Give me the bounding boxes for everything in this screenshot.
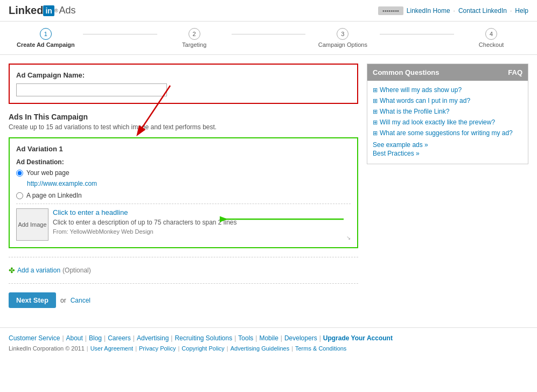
green-arrow-svg <box>220 208 349 230</box>
cancel-link[interactable]: Cancel <box>71 297 90 304</box>
ad-variation-1: Ad Variation 1 Ad Destination: Your web … <box>9 137 358 248</box>
footer: Customer Service | About | Blog | Career… <box>0 327 537 358</box>
footer-user-agreement[interactable]: User Agreement <box>90 345 133 352</box>
main-content: Ad Campaign Name: Ads In This Campaign C… <box>0 55 537 317</box>
footer-customer-service[interactable]: Customer Service <box>9 334 60 342</box>
add-variation-optional: (Optional) <box>62 267 91 274</box>
section-divider <box>9 257 358 257</box>
ads-label: Ads <box>59 5 76 16</box>
footer-mobile[interactable]: Mobile <box>259 334 278 342</box>
cq-plus-4: ⊞ <box>373 119 378 126</box>
step-1-circle: 1 <box>40 28 52 40</box>
ad-resize-handle[interactable]: ↘ <box>53 235 351 241</box>
step-4-label: Checkout <box>479 41 504 48</box>
radio-web-input[interactable] <box>16 170 23 177</box>
cq-link-5[interactable]: What are some suggestions for writing my… <box>380 129 513 137</box>
footer-copyright: LinkedIn Corporation © 2011 | User Agree… <box>9 345 528 352</box>
header: Linked in ® Ads •••••••• LinkedIn Home ·… <box>0 0 537 22</box>
step-4: 4 Checkout <box>454 28 528 48</box>
cq-link-4[interactable]: Will my ad look exactly like the preview… <box>380 118 495 126</box>
footer-privacy-policy[interactable]: Privacy Policy <box>139 345 176 352</box>
footer-recruiting[interactable]: Recruiting Solutions <box>175 334 232 342</box>
step-1: 1 Create Ad Campaign <box>9 28 83 48</box>
step-2: 2 Targeting <box>157 28 232 48</box>
footer-about[interactable]: About <box>66 334 83 342</box>
radio-web-page: Your web page <box>16 169 351 177</box>
step-line-2 <box>232 34 306 34</box>
logo-area: Linked in ® Ads <box>9 4 76 17</box>
radio-linkedin-input[interactable] <box>16 192 23 199</box>
linkedin-home-link[interactable]: LinkedIn Home <box>407 7 450 15</box>
footer-advertising-guidelines[interactable]: Advertising Guidelines <box>231 345 289 352</box>
add-image-button[interactable]: Add Image <box>16 208 48 241</box>
cq-extra-links: See example ads » Best Practices » <box>373 141 522 157</box>
step-2-label: Targeting <box>182 41 206 48</box>
destination-divider <box>16 204 351 204</box>
add-variation-icon: ✤ <box>9 266 15 275</box>
cq-link-2[interactable]: What words can I put in my ad? <box>380 97 470 104</box>
footer-developers[interactable]: Developers <box>284 334 317 342</box>
radio-linkedin-label: A page on LinkedIn <box>26 192 82 199</box>
cq-item-4[interactable]: ⊞ Will my ad look exactly like the previ… <box>373 118 522 126</box>
web-url-link[interactable]: http://www.example.com <box>27 180 351 187</box>
cq-link-3[interactable]: What is the Profile Link? <box>380 108 449 115</box>
footer-tools[interactable]: Tools <box>238 334 253 342</box>
footer-advertising[interactable]: Advertising <box>137 334 169 342</box>
help-link[interactable]: Help <box>515 7 528 15</box>
cq-plus-2: ⊞ <box>373 97 378 104</box>
step-4-circle: 4 <box>485 28 497 40</box>
footer-links: Customer Service | About | Blog | Career… <box>9 334 528 342</box>
linkedin-logo: Linked in ® Ads <box>9 4 76 17</box>
step-3-label: Campaign Options <box>318 41 367 48</box>
cq-title: Common Questions <box>373 68 440 76</box>
progress-steps: 1 Create Ad Campaign 2 Targeting 3 Campa… <box>0 22 537 55</box>
cq-header: Common Questions FAQ <box>367 64 528 81</box>
svg-line-0 <box>138 86 170 134</box>
next-step-button[interactable]: Next Step <box>9 292 56 308</box>
ad-destination-label: Ad Destination: <box>16 158 351 166</box>
step-3: 3 Campaign Options <box>305 28 380 48</box>
footer-careers[interactable]: Careers <box>108 334 131 342</box>
cq-link-1[interactable]: Where will my ads show up? <box>380 86 462 94</box>
cq-plus-3: ⊞ <box>373 108 378 115</box>
common-questions: Common Questions FAQ ⊞ Where will my ads… <box>367 64 528 164</box>
add-variation-area: ✤ Add a variation (Optional) <box>9 266 358 275</box>
red-arrow-svg <box>127 80 246 150</box>
section-divider-2 <box>9 283 358 284</box>
footer-blog[interactable]: Blog <box>89 334 102 342</box>
cq-best-practices-link[interactable]: Best Practices » <box>373 150 522 157</box>
cq-faq-link[interactable]: FAQ <box>508 68 522 76</box>
step-3-circle: 3 <box>337 28 348 40</box>
step-2-circle: 2 <box>189 28 200 40</box>
action-or: or <box>60 297 66 304</box>
cq-body: ⊞ Where will my ads show up? ⊞ What word… <box>367 81 528 164</box>
campaign-name-label: Ad Campaign Name: <box>16 71 351 79</box>
cq-item-1[interactable]: ⊞ Where will my ads show up? <box>373 86 522 94</box>
right-panel: Common Questions FAQ ⊞ Where will my ads… <box>367 64 528 308</box>
left-panel: Ad Campaign Name: Ads In This Campaign C… <box>9 64 358 308</box>
cq-example-ads-link[interactable]: See example ads » <box>373 141 522 149</box>
step-line-3 <box>380 34 454 34</box>
step-line-1 <box>83 34 157 34</box>
step-1-label: Create Ad Campaign <box>17 41 75 48</box>
header-nav: •••••••• LinkedIn Home · Contact LinkedI… <box>378 6 528 15</box>
footer-copyright-policy[interactable]: Copyright Policy <box>182 345 224 352</box>
cq-plus-5: ⊞ <box>373 130 378 137</box>
cq-item-3[interactable]: ⊞ What is the Profile Link? <box>373 108 522 115</box>
cq-plus-1: ⊞ <box>373 87 378 94</box>
cq-item-2[interactable]: ⊞ What words can I put in my ad? <box>373 97 522 104</box>
copyright-text: LinkedIn Corporation © 2011 <box>9 345 85 352</box>
radio-linkedin-page: A page on LinkedIn <box>16 192 351 199</box>
contact-linkedin-link[interactable]: Contact LinkedIn <box>458 7 507 15</box>
footer-terms-conditions[interactable]: Terms & Conditions <box>295 345 346 352</box>
action-area: Next Step or Cancel <box>9 292 358 308</box>
footer-upgrade[interactable]: Upgrade Your Account <box>323 334 393 342</box>
cq-item-5[interactable]: ⊞ What are some suggestions for writing … <box>373 129 522 137</box>
user-display: •••••••• <box>378 6 403 15</box>
add-variation-link[interactable]: Add a variation <box>17 267 60 274</box>
radio-web-label: Your web page <box>26 169 69 177</box>
